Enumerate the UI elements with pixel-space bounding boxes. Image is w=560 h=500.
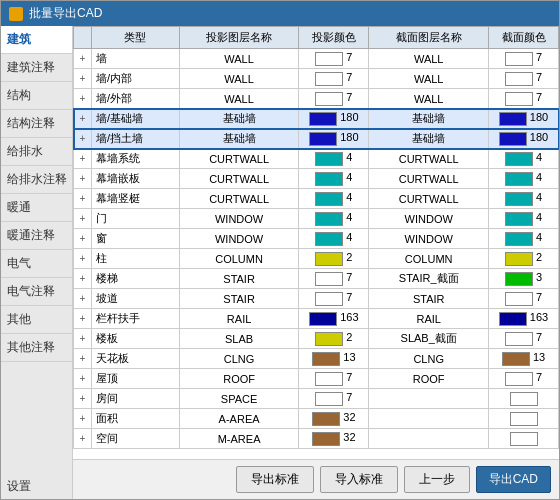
row-proj-color[interactable]: 7 bbox=[299, 69, 369, 89]
sec-color-box[interactable] bbox=[505, 252, 533, 266]
row-proj-color[interactable]: 7 bbox=[299, 369, 369, 389]
row-sec-color[interactable]: 4 bbox=[489, 229, 559, 249]
table-row[interactable]: +坡道STAIR 7STAIR 7 bbox=[74, 289, 559, 309]
sidebar-item-7[interactable]: 暖通注释 bbox=[1, 222, 72, 250]
row-proj-color[interactable]: 180 bbox=[299, 109, 369, 129]
export-standard-button[interactable]: 导出标准 bbox=[236, 466, 314, 493]
proj-color-box[interactable] bbox=[315, 192, 343, 206]
table-row[interactable]: +空间M-AREA 32 bbox=[74, 429, 559, 449]
row-sec-color[interactable] bbox=[489, 389, 559, 409]
table-row[interactable]: +墙WALL 7WALL 7 bbox=[74, 49, 559, 69]
sec-color-box[interactable] bbox=[505, 152, 533, 166]
row-proj-color[interactable]: 32 bbox=[299, 409, 369, 429]
row-proj-color[interactable]: 7 bbox=[299, 289, 369, 309]
row-expander[interactable]: + bbox=[74, 389, 92, 409]
sec-color-box[interactable] bbox=[505, 212, 533, 226]
sidebar-item-2[interactable]: 结构 bbox=[1, 82, 72, 110]
row-sec-color[interactable]: 7 bbox=[489, 49, 559, 69]
row-proj-color[interactable]: 2 bbox=[299, 329, 369, 349]
row-sec-color[interactable]: 13 bbox=[489, 349, 559, 369]
table-row[interactable]: +窗WINDOW 4WINDOW 4 bbox=[74, 229, 559, 249]
proj-color-box[interactable] bbox=[315, 152, 343, 166]
row-proj-color[interactable]: 7 bbox=[299, 269, 369, 289]
table-row[interactable]: +楼梯STAIR 7STAIR_截面 3 bbox=[74, 269, 559, 289]
table-row[interactable]: +房间SPACE 7 bbox=[74, 389, 559, 409]
sec-color-box[interactable] bbox=[505, 272, 533, 286]
table-row[interactable]: +柱COLUMN 2COLUMN 2 bbox=[74, 249, 559, 269]
proj-color-box[interactable] bbox=[312, 412, 340, 426]
table-container[interactable]: 类型 投影图层名称 投影颜色 截面图层名称 截面颜色 +墙WALL 7WALL … bbox=[73, 26, 559, 459]
table-row[interactable]: +门WINDOW 4WINDOW 4 bbox=[74, 209, 559, 229]
row-proj-color[interactable]: 7 bbox=[299, 389, 369, 409]
row-expander[interactable]: + bbox=[74, 189, 92, 209]
table-row[interactable]: +幕墙竖梃CURTWALL 4CURTWALL 4 bbox=[74, 189, 559, 209]
proj-color-box[interactable] bbox=[309, 312, 337, 326]
sec-color-box[interactable] bbox=[499, 312, 527, 326]
proj-color-box[interactable] bbox=[315, 252, 343, 266]
row-expander[interactable]: + bbox=[74, 429, 92, 449]
row-sec-color[interactable]: 4 bbox=[489, 209, 559, 229]
sec-color-box[interactable] bbox=[505, 192, 533, 206]
row-sec-color[interactable]: 180 bbox=[489, 129, 559, 149]
table-row[interactable]: +幕墙系统CURTWALL 4CURTWALL 4 bbox=[74, 149, 559, 169]
sec-color-box[interactable] bbox=[505, 372, 533, 386]
export-cad-button[interactable]: 导出CAD bbox=[476, 466, 551, 493]
row-sec-color[interactable]: 3 bbox=[489, 269, 559, 289]
table-row[interactable]: +墙/基础墙基础墙 180基础墙 180 bbox=[74, 109, 559, 129]
row-sec-color[interactable]: 4 bbox=[489, 149, 559, 169]
row-sec-color[interactable]: 7 bbox=[489, 329, 559, 349]
sec-color-box[interactable] bbox=[505, 292, 533, 306]
row-proj-color[interactable]: 7 bbox=[299, 49, 369, 69]
row-expander[interactable]: + bbox=[74, 49, 92, 69]
sec-color-box[interactable] bbox=[505, 232, 533, 246]
row-expander[interactable]: + bbox=[74, 109, 92, 129]
proj-color-box[interactable] bbox=[309, 132, 337, 146]
proj-color-box[interactable] bbox=[315, 72, 343, 86]
sidebar-item-8[interactable]: 电气 bbox=[1, 250, 72, 278]
row-proj-color[interactable]: 13 bbox=[299, 349, 369, 369]
row-expander[interactable]: + bbox=[74, 249, 92, 269]
sec-color-box[interactable] bbox=[505, 72, 533, 86]
proj-color-box[interactable] bbox=[315, 332, 343, 346]
row-expander[interactable]: + bbox=[74, 289, 92, 309]
table-row[interactable]: +栏杆扶手RAIL 163RAIL 163 bbox=[74, 309, 559, 329]
proj-color-box[interactable] bbox=[315, 372, 343, 386]
row-expander[interactable]: + bbox=[74, 229, 92, 249]
proj-color-box[interactable] bbox=[312, 432, 340, 446]
row-expander[interactable]: + bbox=[74, 369, 92, 389]
prev-button[interactable]: 上一步 bbox=[404, 466, 470, 493]
row-expander[interactable]: + bbox=[74, 209, 92, 229]
row-sec-color[interactable]: 7 bbox=[489, 369, 559, 389]
row-sec-color[interactable]: 2 bbox=[489, 249, 559, 269]
sec-color-box[interactable] bbox=[505, 52, 533, 66]
sidebar-item-4[interactable]: 给排水 bbox=[1, 138, 72, 166]
row-proj-color[interactable]: 163 bbox=[299, 309, 369, 329]
table-row[interactable]: +墙/外部WALL 7WALL 7 bbox=[74, 89, 559, 109]
proj-color-box[interactable] bbox=[315, 212, 343, 226]
row-expander[interactable]: + bbox=[74, 409, 92, 429]
row-proj-color[interactable]: 7 bbox=[299, 89, 369, 109]
row-expander[interactable]: + bbox=[74, 269, 92, 289]
row-proj-color[interactable]: 4 bbox=[299, 209, 369, 229]
sec-color-box[interactable] bbox=[499, 132, 527, 146]
sec-color-box[interactable] bbox=[499, 112, 527, 126]
row-sec-color[interactable]: 7 bbox=[489, 289, 559, 309]
row-sec-color[interactable]: 4 bbox=[489, 189, 559, 209]
sec-color-box[interactable] bbox=[502, 352, 530, 366]
sec-color-box[interactable] bbox=[505, 92, 533, 106]
sec-color-box[interactable] bbox=[510, 392, 538, 406]
sec-color-box[interactable] bbox=[510, 412, 538, 426]
table-row[interactable]: +屋顶ROOF 7ROOF 7 bbox=[74, 369, 559, 389]
row-expander[interactable]: + bbox=[74, 169, 92, 189]
row-proj-color[interactable]: 4 bbox=[299, 229, 369, 249]
table-row[interactable]: +墙/内部WALL 7WALL 7 bbox=[74, 69, 559, 89]
sidebar-item-5[interactable]: 给排水注释 bbox=[1, 166, 72, 194]
row-expander[interactable]: + bbox=[74, 309, 92, 329]
sec-color-box[interactable] bbox=[510, 432, 538, 446]
settings-button[interactable]: 设置 bbox=[1, 474, 37, 499]
sec-color-box[interactable] bbox=[505, 332, 533, 346]
table-row[interactable]: +幕墙嵌板CURTWALL 4CURTWALL 4 bbox=[74, 169, 559, 189]
row-expander[interactable]: + bbox=[74, 149, 92, 169]
row-sec-color[interactable]: 4 bbox=[489, 169, 559, 189]
row-sec-color[interactable] bbox=[489, 429, 559, 449]
